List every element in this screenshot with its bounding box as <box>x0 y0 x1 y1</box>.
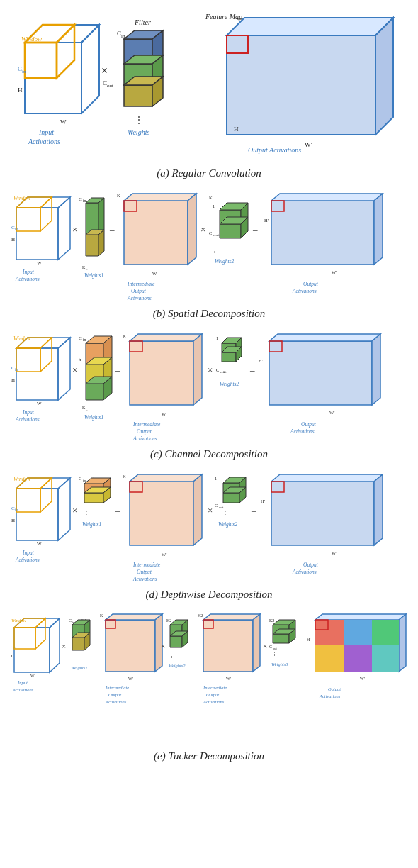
svg-text:⋮: ⋮ <box>72 657 76 661</box>
svg-marker-200 <box>193 474 202 545</box>
svg-text:Window: Window <box>13 335 30 342</box>
svg-text:H: H <box>11 377 15 383</box>
svg-text:H: H <box>11 518 15 523</box>
svg-marker-223 <box>271 482 374 545</box>
svg-text:⋮: ⋮ <box>223 511 227 515</box>
svg-text:out: out <box>273 647 278 650</box>
svg-text:W: W <box>152 271 157 276</box>
svg-marker-259 <box>106 614 162 620</box>
svg-rect-308 <box>372 620 399 645</box>
svg-text:×: × <box>72 365 77 375</box>
svg-text:–: – <box>251 505 256 516</box>
svg-marker-130 <box>86 384 103 400</box>
svg-text:W': W' <box>332 550 337 555</box>
svg-text:C: C <box>79 476 81 481</box>
section-title-e: (e) Tucker Decomposition <box>11 750 407 762</box>
svg-text:Output: Output <box>303 281 319 287</box>
svg-text:K: K <box>100 613 103 618</box>
svg-text:×: × <box>101 65 108 77</box>
svg-marker-114 <box>16 348 40 372</box>
svg-rect-309 <box>315 645 344 672</box>
svg-text:H': H' <box>234 126 239 133</box>
svg-text:Activations: Activations <box>15 276 40 282</box>
svg-text:K: K <box>123 474 126 479</box>
svg-text:W: W <box>37 260 42 266</box>
svg-text:Activations: Activations <box>127 295 152 301</box>
svg-text:H': H' <box>261 499 265 503</box>
svg-text:Output: Output <box>137 569 152 575</box>
svg-text:Activations: Activations <box>292 569 317 575</box>
svg-text:Intermediate: Intermediate <box>105 685 129 690</box>
svg-text:Activations: Activations <box>15 557 40 563</box>
svg-text:×: × <box>161 642 165 650</box>
svg-text:⋯: ⋯ <box>326 22 333 30</box>
svg-marker-99 <box>271 201 374 265</box>
svg-text:×: × <box>62 642 66 650</box>
svg-text:Activations: Activations <box>132 435 157 442</box>
svg-text:K2: K2 <box>198 613 203 618</box>
svg-text:Input: Input <box>17 680 28 685</box>
svg-text:×: × <box>263 642 267 650</box>
svg-text:C: C <box>269 645 272 649</box>
svg-rect-311 <box>372 645 399 672</box>
section-channel-decomp: Window Cin H W Input Activations × Ci <box>11 327 407 460</box>
svg-marker-74 <box>124 201 188 265</box>
svg-marker-294 <box>273 634 289 643</box>
svg-marker-116 <box>40 338 52 372</box>
svg-text:Window: Window <box>21 35 42 43</box>
svg-text:×: × <box>200 224 205 235</box>
svg-text:⋮: ⋮ <box>273 652 276 656</box>
svg-text:⋮: ⋮ <box>84 511 89 515</box>
svg-text:K: K <box>117 193 120 198</box>
svg-text:×: × <box>208 365 213 375</box>
svg-text:1: 1 <box>216 335 218 340</box>
svg-marker-240 <box>35 618 45 649</box>
svg-text:out: out <box>107 83 113 89</box>
svg-marker-140 <box>130 334 202 341</box>
svg-text:Intermediate: Intermediate <box>203 685 227 690</box>
svg-text:h: h <box>79 357 81 362</box>
svg-text:K: K <box>123 333 126 338</box>
diagram-tucker-decomp: Window Cin H W Input Activations × Ci <box>11 608 407 746</box>
diagram-channel-decomp: Window Cin H W Input Activations × Ci <box>11 327 407 444</box>
svg-rect-310 <box>344 645 372 672</box>
section-regular-conv: Window Cin H W Input Activations × Filte… <box>11 7 407 179</box>
svg-marker-38 <box>227 18 393 35</box>
svg-marker-238 <box>14 628 35 649</box>
svg-text:Weights2: Weights2 <box>215 258 234 265</box>
svg-text:Filter: Filter <box>134 18 151 26</box>
svg-text:in: in <box>83 199 86 203</box>
section-title-a: (a) Regular Convolution <box>11 167 407 179</box>
svg-text:Activations: Activations <box>28 138 60 145</box>
svg-text:Activations: Activations <box>292 288 317 294</box>
svg-text:–: – <box>299 642 304 650</box>
svg-text:Weights: Weights <box>128 128 149 136</box>
svg-text:H': H' <box>264 218 269 223</box>
svg-text:W: W <box>37 401 42 406</box>
svg-text:K2: K2 <box>269 618 274 623</box>
svg-marker-64 <box>98 198 104 235</box>
svg-text:cout: cout <box>213 233 220 237</box>
svg-text:H': H' <box>259 358 263 363</box>
section-title-d: (d) Depthwise Decomposition <box>11 589 407 601</box>
svg-text:⋮: ⋮ <box>135 115 143 125</box>
svg-marker-199 <box>130 474 202 482</box>
svg-marker-76 <box>188 194 196 265</box>
svg-text:Weights2: Weights2 <box>218 521 237 528</box>
svg-marker-37 <box>227 35 375 135</box>
svg-marker-258 <box>106 620 155 672</box>
svg-text:Activations: Activations <box>15 416 40 423</box>
svg-text:W': W' <box>128 677 133 681</box>
svg-marker-271 <box>170 636 182 647</box>
svg-marker-279 <box>203 620 253 672</box>
svg-text:H: H <box>18 87 23 94</box>
svg-text:Input: Input <box>22 269 35 275</box>
svg-text:W': W' <box>305 141 312 148</box>
svg-marker-75 <box>124 194 196 201</box>
svg-text:Activations: Activations <box>12 687 34 692</box>
svg-text:W': W' <box>226 677 231 681</box>
svg-text:–: – <box>249 365 255 375</box>
svg-text:W: W <box>30 674 35 678</box>
svg-text:in: in <box>83 479 86 482</box>
svg-text:Weights1: Weights1 <box>82 521 101 528</box>
